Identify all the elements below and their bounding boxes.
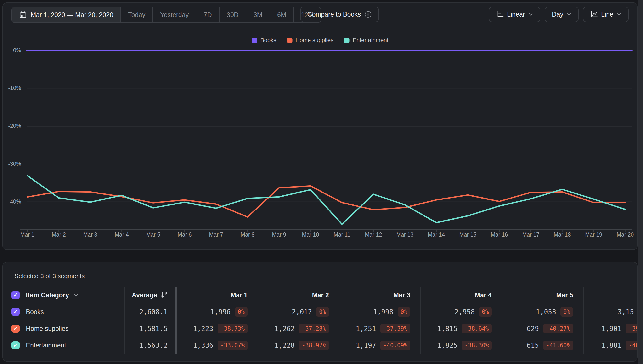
x-axis-tick-label: Mar 19 xyxy=(585,232,602,238)
segments-table: ✓ Item Category Average Mar 1Mar 2Mar 3M… xyxy=(3,287,638,354)
x-axis-tick-label: Mar 13 xyxy=(396,232,414,238)
x-axis-tick-label: Mar 9 xyxy=(272,232,286,238)
change-badge: -41.60% xyxy=(543,340,573,350)
cell-value: 1,336 xyxy=(193,342,213,350)
date-header-cell xyxy=(584,287,638,304)
category-header-label: Item Category xyxy=(26,292,69,299)
scale-dropdown[interactable]: Linear xyxy=(489,7,540,22)
compare-to-books-button[interactable]: Compare to Books xyxy=(300,7,379,22)
average-value-cell: 2,608.1 xyxy=(125,304,177,320)
date-range-group: Mar 1, 2020 — Mar 20, 2020 TodayYesterda… xyxy=(12,7,321,23)
average-header-cell[interactable]: Average xyxy=(125,287,177,304)
date-header-label: Mar 3 xyxy=(393,292,410,299)
chart-type-dropdown[interactable]: Line xyxy=(583,7,629,22)
date-header-cell: Mar 3 xyxy=(340,287,421,304)
change-badge: 0% xyxy=(235,307,247,317)
row-checkbox[interactable]: ✓ xyxy=(12,341,20,350)
x-axis-tick-label: Mar 5 xyxy=(146,232,160,238)
x-axis-tick-label: Mar 20 xyxy=(617,232,634,238)
x-axis-tick-label: Mar 15 xyxy=(459,232,477,238)
average-value: 1,563.2 xyxy=(139,342,168,350)
x-axis-tick-label: Mar 10 xyxy=(302,232,319,238)
date-header-cell: Mar 2 xyxy=(258,287,340,304)
granularity-dropdown[interactable]: Day xyxy=(545,7,579,22)
preset-3m[interactable]: 3M xyxy=(246,7,269,22)
change-badge: -38.73% xyxy=(218,324,247,334)
cell-value: 1,998 xyxy=(373,308,393,316)
sort-descending-icon[interactable] xyxy=(160,292,168,299)
chart-legend: BooksHome suppliesEntertainment xyxy=(252,37,389,44)
change-badge: 0% xyxy=(479,307,492,317)
date-header-label: Mar 2 xyxy=(312,292,329,299)
cell-value: 1,251 xyxy=(356,325,376,333)
change-badge: -37.28% xyxy=(299,324,329,334)
value-cell: 1,262-37.28% xyxy=(258,320,340,337)
series-line-home-supplies[interactable] xyxy=(27,186,625,217)
date-header-label: Mar 1 xyxy=(230,292,247,299)
cell-value: 1,053 xyxy=(536,308,556,316)
row-checkbox[interactable]: ✓ xyxy=(12,324,20,333)
value-cell: 1,0530% xyxy=(502,304,584,320)
scale-label: Linear xyxy=(507,11,525,18)
legend-item-books[interactable]: Books xyxy=(252,37,276,44)
x-axis-tick-label: Mar 4 xyxy=(115,232,129,238)
segments-table-card: Selected 3 of 3 segments ✓ Item Category… xyxy=(3,262,638,362)
change-badge: -40.27% xyxy=(543,324,573,334)
value-cell: 1,901-39% xyxy=(584,320,638,337)
preset-7d[interactable]: 7D xyxy=(196,7,219,22)
value-cell: 2,9580% xyxy=(421,304,502,320)
x-axis-tick-label: Mar 3 xyxy=(83,232,97,238)
close-circle-icon[interactable] xyxy=(364,11,372,18)
change-badge: -38.64% xyxy=(462,324,492,334)
date-range-label: Mar 1, 2020 — Mar 20, 2020 xyxy=(31,11,113,19)
x-axis-tick-label: Mar 2 xyxy=(52,232,66,238)
preset-today[interactable]: Today xyxy=(120,7,152,22)
legend-item-entertainment[interactable]: Entertainment xyxy=(344,37,388,44)
value-cell: 1,815-38.64% xyxy=(421,320,502,337)
cell-value: 629 xyxy=(527,325,539,333)
chevron-down-icon[interactable] xyxy=(73,292,79,298)
date-range-picker[interactable]: Mar 1, 2020 — Mar 20, 2020 xyxy=(12,7,120,22)
value-cell: 1,336-33.07% xyxy=(177,337,258,354)
change-badge: -37.39% xyxy=(380,324,410,334)
preset-yesterday[interactable]: Yesterday xyxy=(152,7,196,22)
cell-value: 2,958 xyxy=(455,308,475,316)
series-line-entertainment[interactable] xyxy=(27,176,625,224)
row-label: Home supplies xyxy=(26,325,69,332)
x-axis-tick-label: Mar 7 xyxy=(209,232,223,238)
y-axis-tick-label: -30% xyxy=(3,161,21,167)
preset-6m[interactable]: 6M xyxy=(269,7,293,22)
row-label: Entertainment xyxy=(26,342,66,349)
dashboard: 0%-10%-20%-30%-40%Mar 1Mar 2Mar 3Mar 4Ma… xyxy=(0,0,643,364)
legend-swatch xyxy=(252,38,257,43)
preset-30d[interactable]: 30D xyxy=(219,7,246,22)
value-cell: 1,881-40% xyxy=(584,337,638,354)
chart-type-label: Line xyxy=(601,11,613,18)
legend-item-home-supplies[interactable]: Home supplies xyxy=(287,37,334,44)
table-row-category: ✓Entertainment xyxy=(3,337,125,354)
row-checkbox[interactable]: ✓ xyxy=(12,308,20,316)
cell-value: 2,012 xyxy=(292,308,312,316)
chevron-down-icon xyxy=(617,12,621,17)
value-cell: 615-41.60% xyxy=(502,337,584,354)
legend-swatch xyxy=(287,38,292,43)
change-badge: 0% xyxy=(560,307,573,317)
cell-value: 1,815 xyxy=(437,325,457,333)
cell-value: 1,262 xyxy=(274,325,295,333)
change-badge: 0% xyxy=(398,307,410,317)
value-cell: 3,15 xyxy=(584,304,638,320)
x-axis-tick-label: Mar 12 xyxy=(365,232,382,238)
average-header-label: Average xyxy=(132,292,157,299)
average-value-cell: 1,581.5 xyxy=(125,320,177,337)
value-cell: 1,228-38.97% xyxy=(258,337,340,354)
page-scrollbar-track[interactable] xyxy=(638,0,643,364)
average-value: 1,581.5 xyxy=(139,325,168,333)
y-axis-tick-label: 0% xyxy=(3,47,21,54)
legend-label: Books xyxy=(260,37,276,44)
change-badge: -38.30% xyxy=(462,340,492,350)
value-cell: 1,825-38.30% xyxy=(421,337,502,354)
change-badge: -38.97% xyxy=(299,340,329,350)
legend-swatch xyxy=(344,38,350,43)
row-label: Books xyxy=(26,308,44,316)
select-all-checkbox[interactable]: ✓ xyxy=(12,291,20,299)
